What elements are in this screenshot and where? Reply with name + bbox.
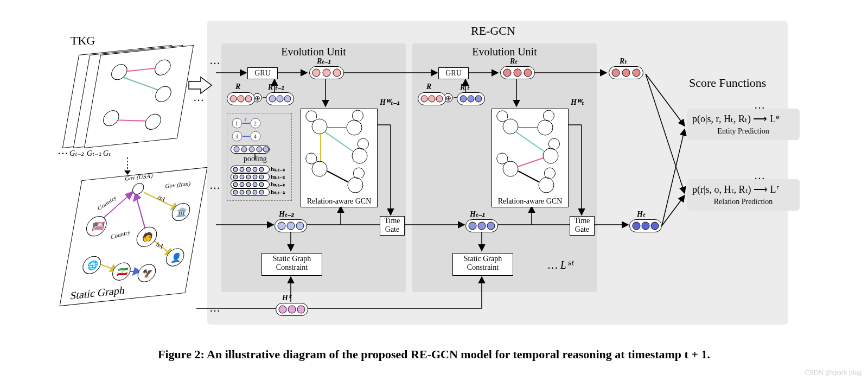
lbl-H-tm1: Hₜ₋₁ xyxy=(470,210,485,219)
svg-point-78 xyxy=(284,96,291,102)
tg2a: Time xyxy=(574,217,590,225)
svg-point-150 xyxy=(297,306,305,313)
gcn-label-1: Relation-aware GCN xyxy=(301,197,377,206)
lbl-R-t: Rₜ xyxy=(510,56,517,66)
svg-point-106 xyxy=(233,175,238,179)
hvec-2 xyxy=(231,173,270,181)
lbl-R-raw-1: R xyxy=(235,83,240,91)
gcn-box-2: Relation-aware GCN xyxy=(492,109,569,207)
score-title: Score Functions xyxy=(689,76,766,90)
svg-point-102 xyxy=(240,167,244,172)
hvec-lbl-2: h₂,ₜ₋₂ xyxy=(271,173,285,180)
svg-point-66 xyxy=(333,69,341,77)
svg-point-116 xyxy=(233,190,238,194)
time-gate-2: TimeGate xyxy=(570,216,595,236)
svg-point-107 xyxy=(240,175,244,179)
sc2b: Constraint xyxy=(467,263,499,271)
lbl-R-tm1: Rₜ₋₁ xyxy=(317,56,331,66)
lbl-H-t: Hₜ xyxy=(637,210,645,219)
svg-point-98 xyxy=(249,147,254,152)
tg2b: Gate xyxy=(575,225,589,233)
svg-point-130 xyxy=(503,119,518,134)
svg-line-129 xyxy=(327,171,348,182)
svg-point-133 xyxy=(503,161,518,176)
time-gate-1: TimeGate xyxy=(380,216,405,236)
svg-point-74 xyxy=(238,96,244,102)
svg-point-96 xyxy=(234,147,239,152)
svg-point-103 xyxy=(246,167,251,172)
svg-point-83 xyxy=(468,96,474,102)
svg-point-100 xyxy=(263,147,269,152)
watermark: CSDN @spark plug xyxy=(805,368,861,377)
pooling-box: 1 2 3 4 r pooling h₁,ₜ₋₂ h₂,ₜ₋₂ h₃,ₜ₋₂ h… xyxy=(227,113,292,201)
gcn-label-2: Relation-aware GCN xyxy=(492,197,568,206)
svg-point-125 xyxy=(348,178,363,193)
svg-point-84 xyxy=(475,96,482,102)
pill-R-t xyxy=(500,66,535,79)
ellipsis-mid-left: … xyxy=(209,179,220,192)
pooling-out-pill xyxy=(231,145,270,154)
svg-line-136 xyxy=(516,132,544,151)
svg-point-148 xyxy=(279,306,286,313)
svg-point-105 xyxy=(259,167,264,172)
svg-point-118 xyxy=(246,190,251,194)
pill-Hs xyxy=(276,303,308,316)
lbl-H-tm2: Hₜ₋₂ xyxy=(279,210,294,219)
svg-text:⊕: ⊕ xyxy=(254,94,260,102)
svg-text:1: 1 xyxy=(235,121,238,126)
lbl-Rp-1: R′ₜ₋₁ xyxy=(268,83,284,92)
svg-point-109 xyxy=(253,175,257,179)
pill-R-tm1 xyxy=(309,66,344,79)
svg-point-134 xyxy=(539,178,554,193)
lbl-Hw-2: Hᵂₜ xyxy=(571,98,584,107)
svg-point-122 xyxy=(347,120,362,135)
lbl-Rp-2: R′ₜ xyxy=(460,83,469,92)
sc1b: Constraint xyxy=(276,263,308,271)
entity-formula: p(o|s, r, Hₜ, Rₜ) ⟶ Lᵉ xyxy=(692,113,794,125)
svg-point-81 xyxy=(436,96,443,102)
gru-box-2: GRU xyxy=(438,67,469,79)
svg-line-127 xyxy=(325,132,353,151)
gru-box-1: GRU xyxy=(247,67,278,79)
lbl-Hs: Hˢ xyxy=(282,293,291,302)
ellipsis-bot-left: … xyxy=(209,302,220,314)
svg-point-117 xyxy=(240,190,244,194)
score-ellipsis-2: … xyxy=(754,169,765,182)
svg-point-143 xyxy=(478,222,486,230)
svg-point-72 xyxy=(633,69,640,77)
svg-point-144 xyxy=(487,222,495,230)
tg1a: Time xyxy=(384,217,400,225)
svg-text:4: 4 xyxy=(254,134,257,140)
svg-point-146 xyxy=(642,222,649,230)
svg-text:2: 2 xyxy=(254,121,257,126)
svg-point-123 xyxy=(352,148,367,163)
relation-formula: p(r|s, o, Hₜ, Rₜ) ⟶ Lʳ xyxy=(692,183,794,195)
entity-pred-label: Entity Prediction xyxy=(692,127,794,136)
svg-point-112 xyxy=(240,182,244,187)
svg-point-142 xyxy=(469,222,476,230)
svg-point-111 xyxy=(233,182,238,187)
svg-point-69 xyxy=(524,69,532,77)
ellipsis-top-left: … xyxy=(209,54,220,67)
pooling-label: pooling xyxy=(244,155,267,163)
svg-point-147 xyxy=(651,222,659,230)
svg-point-121 xyxy=(312,119,327,134)
svg-point-67 xyxy=(503,69,511,77)
score-ellipsis-1: … xyxy=(754,99,765,111)
svg-point-71 xyxy=(622,69,630,77)
pill-Rp-2 xyxy=(457,92,485,105)
svg-point-99 xyxy=(257,147,262,152)
svg-point-76 xyxy=(269,96,276,102)
svg-text:3: 3 xyxy=(235,134,238,140)
pill-Rp-1 xyxy=(266,92,294,105)
hvec-1 xyxy=(231,166,270,173)
svg-point-115 xyxy=(259,182,264,187)
pill-H-tm2 xyxy=(275,219,307,232)
svg-point-132 xyxy=(543,148,558,163)
svg-point-124 xyxy=(312,161,327,176)
hvec-4 xyxy=(231,188,270,196)
svg-point-131 xyxy=(538,120,553,135)
svg-point-120 xyxy=(259,190,264,194)
gcn-box-1: Relation-aware GCN xyxy=(301,109,378,207)
svg-point-114 xyxy=(253,182,257,187)
